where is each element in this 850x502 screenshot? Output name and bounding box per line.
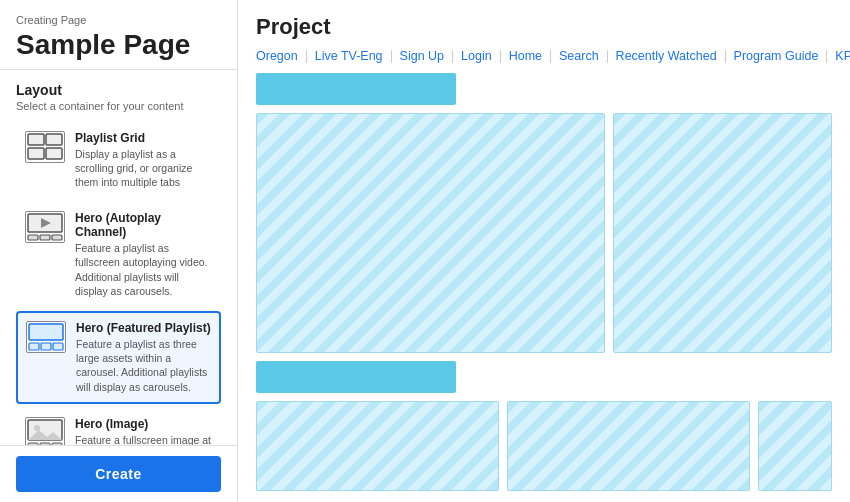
playlist-grid-icon — [25, 131, 65, 163]
preview-hero-main — [256, 113, 605, 353]
nav-tab-recently-watched[interactable]: Recently Watched — [608, 50, 726, 63]
svg-rect-7 — [40, 235, 50, 240]
svg-rect-0 — [28, 134, 44, 145]
playlist-grid-desc: Display a playlist as a scrolling grid, … — [75, 147, 212, 190]
playlist-grid-text: Playlist Grid Display a playlist as a sc… — [75, 131, 212, 190]
hero-featured-text: Hero (Featured Playlist) Feature a playl… — [76, 321, 211, 394]
hero-autoplay-text: Hero (Autoplay Channel) Feature a playli… — [75, 211, 212, 298]
hero-image-icon — [25, 417, 65, 445]
svg-rect-8 — [52, 235, 62, 240]
nav-tab-search[interactable]: Search — [551, 50, 608, 63]
layout-section: Layout Select a container for your conte… — [0, 70, 237, 445]
preview-carousel-item-2 — [507, 401, 750, 491]
creating-label: Creating Page — [16, 14, 221, 26]
hero-autoplay-name: Hero (Autoplay Channel) — [75, 211, 212, 239]
preview-hero-side — [613, 113, 832, 353]
preview-hero — [256, 113, 832, 353]
main-content: Project Oregon Live TV-Eng Sign Up Login… — [238, 0, 850, 502]
svg-rect-1 — [46, 134, 62, 145]
hero-image-text: Hero (Image) Feature a fullscreen image … — [75, 417, 212, 445]
svg-rect-6 — [28, 235, 38, 240]
hero-image-name: Hero (Image) — [75, 417, 212, 431]
sidebar-footer: Create — [0, 445, 237, 502]
svg-rect-2 — [28, 148, 44, 159]
preview-carousel-item-3 — [758, 401, 832, 491]
project-title: Project — [256, 14, 832, 40]
hero-image-desc: Feature a fullscreen image at the top of… — [75, 433, 212, 445]
layout-title: Layout — [16, 82, 221, 98]
nav-tabs: Oregon Live TV-Eng Sign Up Login Home Se… — [256, 50, 832, 63]
layout-item-playlist-grid[interactable]: Playlist Grid Display a playlist as a sc… — [16, 122, 221, 199]
nav-tab-live-tv-eng[interactable]: Live TV-Eng — [307, 50, 392, 63]
svg-rect-10 — [29, 343, 39, 350]
hero-featured-name: Hero (Featured Playlist) — [76, 321, 211, 335]
hero-featured-icon — [26, 321, 66, 353]
preview-carousels — [256, 401, 832, 491]
layout-item-hero-image[interactable]: Hero (Image) Feature a fullscreen image … — [16, 408, 221, 445]
nav-tab-oregon[interactable]: Oregon — [256, 50, 307, 63]
hero-autoplay-desc: Feature a playlist as fullscreen autopla… — [75, 241, 212, 298]
hero-autoplay-icon — [25, 211, 65, 243]
preview-nav-bar-2 — [256, 361, 456, 393]
nav-tab-sign-up[interactable]: Sign Up — [392, 50, 453, 63]
playlist-grid-name: Playlist Grid — [75, 131, 212, 145]
create-button[interactable]: Create — [16, 456, 221, 492]
svg-rect-9 — [29, 324, 63, 340]
layout-item-hero-autoplay[interactable]: Hero (Autoplay Channel) Feature a playli… — [16, 202, 221, 307]
layout-item-hero-featured[interactable]: Hero (Featured Playlist) Feature a playl… — [16, 311, 221, 404]
nav-tab-program-guide[interactable]: Program Guide — [726, 50, 828, 63]
layout-subtitle: Select a container for your content — [16, 100, 221, 112]
page-title: Sample Page — [16, 30, 221, 61]
nav-tab-kp-carousels[interactable]: KP Carousels — [827, 50, 850, 63]
hero-featured-desc: Feature a playlist as three large assets… — [76, 337, 211, 394]
preview-nav-bar — [256, 73, 456, 105]
sidebar-header: Creating Page Sample Page — [0, 0, 237, 70]
preview-area — [256, 73, 832, 491]
preview-carousel-item-1 — [256, 401, 499, 491]
svg-rect-12 — [53, 343, 63, 350]
svg-rect-3 — [46, 148, 62, 159]
nav-tab-login[interactable]: Login — [453, 50, 501, 63]
svg-rect-11 — [41, 343, 51, 350]
sidebar: Creating Page Sample Page Layout Select … — [0, 0, 238, 502]
nav-tab-home[interactable]: Home — [501, 50, 551, 63]
